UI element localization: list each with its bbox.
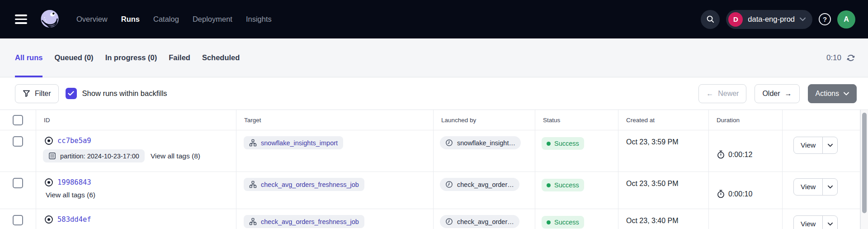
actions-button[interactable]: Actions: [808, 84, 857, 103]
clock-icon: [445, 139, 453, 147]
run-target-icon: [44, 178, 53, 187]
run-id-cell: 583dd4ef: [36, 209, 236, 229]
launched-by-tag[interactable]: snowflake_insight…: [440, 136, 521, 149]
duration-cell: 0:00:10: [709, 209, 783, 229]
partition-tag[interactable]: partition: 2024-10-23-17:00: [43, 149, 145, 162]
toolbar-right-cluster: ← Newer Older → Actions: [698, 84, 857, 103]
show-backfills-toggle[interactable]: Show runs within backfills: [66, 88, 167, 99]
column-header-created-at: Created at: [618, 110, 709, 130]
runs-table-container: ID Target Launched by Status Created at …: [0, 110, 868, 229]
status-badge[interactable]: Success: [542, 216, 584, 229]
row-actions-cell: View: [783, 130, 860, 172]
view-all-tags-link[interactable]: View all tags (6): [46, 191, 95, 199]
view-button[interactable]: View: [794, 137, 822, 153]
runs-table: ID Target Launched by Status Created at …: [0, 110, 860, 229]
view-menu-button[interactable]: [822, 179, 837, 195]
run-id-link[interactable]: cc7be5a9: [57, 137, 91, 145]
filter-button[interactable]: Filter: [15, 84, 59, 103]
status-cell: Success: [535, 172, 618, 209]
newer-button[interactable]: ← Newer: [698, 84, 746, 103]
view-all-tags-link[interactable]: View all tags (8): [151, 152, 200, 160]
row-checkbox[interactable]: [13, 178, 23, 188]
nav-item-catalog[interactable]: Catalog: [153, 15, 179, 24]
status-dot-icon: [547, 220, 551, 224]
user-avatar[interactable]: A: [837, 10, 855, 29]
run-target-icon: [44, 215, 53, 224]
older-button[interactable]: Older →: [755, 84, 799, 103]
view-menu-button[interactable]: [822, 137, 837, 153]
tab-failed[interactable]: Failed: [169, 38, 190, 77]
deployment-switcher[interactable]: D data-eng-prod: [726, 10, 812, 29]
nav-item-runs[interactable]: Runs: [121, 15, 140, 24]
help-icon[interactable]: ?: [819, 13, 831, 25]
arrow-right-icon: →: [785, 90, 792, 98]
target-job-tag[interactable]: check_avg_orders_freshness_job: [244, 178, 364, 191]
launched-by-label: snowflake_insight…: [457, 139, 515, 147]
chevron-down-icon: [844, 92, 849, 95]
navbar-right-cluster: D data-eng-prod ? A: [701, 10, 855, 29]
run-id-link[interactable]: 19986843: [57, 178, 91, 186]
row-checkbox[interactable]: [13, 215, 23, 225]
row-checkbox[interactable]: [13, 136, 23, 147]
status-badge[interactable]: Success: [542, 137, 584, 150]
target-job-label: snowflake_insights_import: [261, 139, 338, 147]
duration-label: 0:00:10: [728, 190, 752, 198]
nav-item-deployment[interactable]: Deployment: [193, 15, 232, 24]
header-checkbox-cell: [0, 110, 36, 130]
created-at-cell: Oct 23, 3:50 PM: [618, 172, 709, 209]
view-menu-button[interactable]: [822, 216, 837, 229]
backfills-checkbox[interactable]: [66, 88, 77, 99]
refresh-countdown-group: 0:10: [826, 38, 855, 77]
runs-toolbar: Filter Show runs within backfills ← Newe…: [0, 77, 868, 110]
runs-tabs-bar: All runs Queued (0) In progress (0) Fail…: [0, 38, 868, 77]
duration-label: 0:00:12: [728, 151, 752, 159]
launched-by-cell: check_avg_order…: [434, 209, 535, 229]
vertical-scrollbar[interactable]: [860, 110, 868, 229]
status-cell: Success: [535, 209, 618, 229]
target-job-tag[interactable]: snowflake_insights_import: [244, 136, 343, 149]
dagster-logo-icon[interactable]: [39, 9, 60, 30]
target-job-label: check_avg_orders_freshness_job: [261, 218, 359, 225]
launched-by-tag[interactable]: check_avg_order…: [440, 178, 519, 191]
run-id-link[interactable]: 583dd4ef: [57, 215, 91, 224]
select-all-checkbox[interactable]: [13, 115, 23, 125]
nav-item-insights[interactable]: Insights: [246, 15, 272, 24]
refresh-icon[interactable]: [846, 53, 855, 62]
row-checkbox-cell: [0, 209, 36, 229]
launched-by-tag[interactable]: check_avg_order…: [440, 215, 519, 228]
duration-cell: 0:00:10: [709, 172, 783, 209]
refresh-countdown: 0:10: [826, 53, 841, 62]
row-checkbox-cell: [0, 130, 36, 172]
tab-scheduled[interactable]: Scheduled: [202, 38, 240, 77]
target-cell: check_avg_orders_freshness_job: [236, 172, 434, 209]
chevron-down-icon: [800, 17, 806, 21]
tab-queued[interactable]: Queued (0): [54, 38, 93, 77]
launched-by-cell: check_avg_order…: [434, 172, 535, 209]
column-header-id: ID: [36, 110, 236, 130]
hamburger-menu-icon[interactable]: [15, 14, 27, 24]
tab-in-progress[interactable]: In progress (0): [105, 38, 157, 77]
target-cell: check_avg_orders_freshness_job: [236, 209, 434, 229]
tab-all-runs[interactable]: All runs: [15, 38, 42, 77]
view-button[interactable]: View: [794, 179, 822, 195]
view-button[interactable]: View: [794, 216, 822, 229]
launched-by-label: check_avg_order…: [457, 218, 514, 225]
target-job-label: check_avg_orders_freshness_job: [261, 181, 359, 188]
column-header-launched-by: Launched by: [434, 110, 535, 130]
job-icon: [249, 181, 257, 188]
backfills-label: Show runs within backfills: [82, 89, 167, 98]
scrollbar-thumb[interactable]: [862, 113, 867, 213]
view-split-button: View: [793, 137, 838, 154]
column-header-actions: [783, 110, 860, 130]
status-badge[interactable]: Success: [542, 179, 584, 191]
target-job-tag[interactable]: check_avg_orders_freshness_job: [244, 215, 364, 228]
view-split-button: View: [793, 178, 838, 196]
row-actions-cell: View: [783, 172, 860, 209]
chevron-down-icon: [828, 143, 833, 147]
view-split-button: View: [793, 215, 838, 229]
search-button[interactable]: [701, 10, 720, 29]
status-cell: Success: [535, 130, 618, 172]
runs-tabs: All runs Queued (0) In progress (0) Fail…: [15, 38, 240, 77]
partition-tag-label: partition: 2024-10-23-17:00: [60, 153, 139, 160]
nav-item-overview[interactable]: Overview: [76, 15, 108, 24]
